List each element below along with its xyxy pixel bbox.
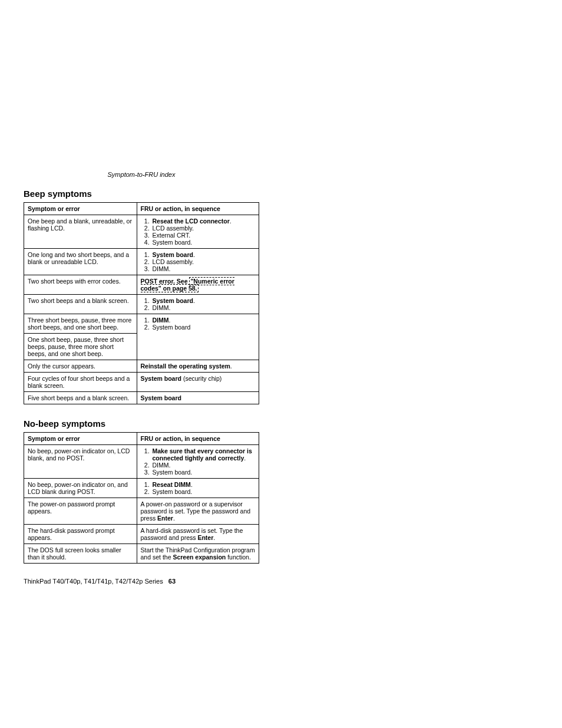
th-fru: FRU or action, in sequence xyxy=(137,433,259,445)
table-row: Only the cursor appears. Reinstall the o… xyxy=(24,360,259,373)
table-row: The power-on password prompt appears. A … xyxy=(24,498,259,525)
fru-cell: System board xyxy=(137,392,259,404)
running-head: Symptom-to-FRU index xyxy=(24,171,259,178)
symptom-cell: No beep, power-on indicator on, and LCD … xyxy=(24,479,137,498)
table-row: Two short beeps with error codes. POST e… xyxy=(24,275,259,295)
nobeep-symptoms-table: Symptom or error FRU or action, in seque… xyxy=(24,432,259,564)
fru-cell: Start the ThinkPad Configuration program… xyxy=(137,544,259,564)
fru-cell: Reseat the LCD connector. LCD assembly. … xyxy=(137,215,259,249)
fru-cell: Reinstall the operating system. xyxy=(137,360,259,373)
symptom-cell: One short beep, pause, three short beeps… xyxy=(24,334,137,360)
table-row: The DOS full screen looks smaller than i… xyxy=(24,544,259,564)
table-header-row: Symptom or error FRU or action, in seque… xyxy=(24,433,259,445)
th-symptom: Symptom or error xyxy=(24,433,137,445)
list-item: System board. xyxy=(151,251,255,258)
fru-cell: System board. LCD assembly. DIMM. xyxy=(137,249,259,275)
fru-cell: Make sure that every connector is connec… xyxy=(137,445,259,479)
list-item: Reseat the LCD connector. xyxy=(151,218,255,225)
page-number: 63 xyxy=(168,578,176,585)
list-item: LCD assembly. xyxy=(151,258,255,265)
page-footer: ThinkPad T40/T40p, T41/T41p, T42/T42p Se… xyxy=(24,578,259,585)
table-row: No beep, power-on indicator on, LCD blan… xyxy=(24,445,259,479)
symptom-cell: Five short beeps and a blank screen. xyxy=(24,392,137,404)
table-row: The hard-disk password prompt appears. A… xyxy=(24,525,259,544)
symptom-cell: Three short beeps, pause, three more sho… xyxy=(24,314,137,334)
fru-cell: System board. DIMM. xyxy=(137,295,259,314)
page-content: Symptom-to-FRU index Beep symptoms Sympt… xyxy=(24,171,259,585)
fru-cell: System board (security chip) xyxy=(137,373,259,392)
beep-symptoms-table: Symptom or error FRU or action, in seque… xyxy=(24,202,259,404)
list-item: External CRT. xyxy=(151,232,255,239)
list-item: System board. xyxy=(151,488,255,495)
fru-cell: POST error. See "Numeric error codes" on… xyxy=(137,275,259,295)
symptom-cell: No beep, power-on indicator on, LCD blan… xyxy=(24,445,137,479)
table-row: One beep and a blank, unreadable, or fla… xyxy=(24,215,259,249)
list-item: Make sure that every connector is connec… xyxy=(151,447,255,462)
symptom-cell: The power-on password prompt appears. xyxy=(24,498,137,525)
list-item: System board. xyxy=(151,239,255,246)
list-item: System board. xyxy=(151,469,255,476)
symptom-cell: One long and two short beeps, and a blan… xyxy=(24,249,137,275)
fru-cell: A power-on password or a supervisor pass… xyxy=(137,498,259,525)
symptom-cell: Two short beeps with error codes. xyxy=(24,275,137,295)
list-item: DIMM. xyxy=(151,265,255,272)
table-row: One long and two short beeps, and a blan… xyxy=(24,249,259,275)
list-item: System board. xyxy=(151,297,255,304)
list-item: Reseat DIMM. xyxy=(151,481,255,488)
table-row: No beep, power-on indicator on, and LCD … xyxy=(24,479,259,498)
table-row: Two short beeps and a blank screen. Syst… xyxy=(24,295,259,314)
list-item: System board xyxy=(151,324,255,331)
list-item: DIMM. xyxy=(151,317,255,324)
table-row: Three short beeps, pause, three more sho… xyxy=(24,314,259,334)
table-header-row: Symptom or error FRU or action, in seque… xyxy=(24,203,259,215)
th-symptom: Symptom or error xyxy=(24,203,137,215)
table-row: Four cycles of four short beeps and a bl… xyxy=(24,373,259,392)
symptom-cell: Two short beeps and a blank screen. xyxy=(24,295,137,314)
th-fru: FRU or action, in sequence xyxy=(137,203,259,215)
symptom-cell: Four cycles of four short beeps and a bl… xyxy=(24,373,137,392)
list-item: DIMM. xyxy=(151,304,255,311)
symptom-cell: Only the cursor appears. xyxy=(24,360,137,373)
section-title-nobeep: No-beep symptoms xyxy=(24,419,259,429)
list-item: DIMM. xyxy=(151,462,255,469)
fru-cell: Reseat DIMM. System board. xyxy=(137,479,259,498)
fru-cell: A hard-disk password is set. Type the pa… xyxy=(137,525,259,544)
footer-text: ThinkPad T40/T40p, T41/T41p, T42/T42p Se… xyxy=(24,578,163,585)
fru-cell: DIMM. System board xyxy=(137,314,259,360)
table-row: Five short beeps and a blank screen. Sys… xyxy=(24,392,259,404)
list-item: LCD assembly. xyxy=(151,225,255,232)
section-title-beep: Beep symptoms xyxy=(24,189,259,199)
symptom-cell: The DOS full screen looks smaller than i… xyxy=(24,544,137,564)
symptom-cell: The hard-disk password prompt appears. xyxy=(24,525,137,544)
symptom-cell: One beep and a blank, unreadable, or fla… xyxy=(24,215,137,249)
